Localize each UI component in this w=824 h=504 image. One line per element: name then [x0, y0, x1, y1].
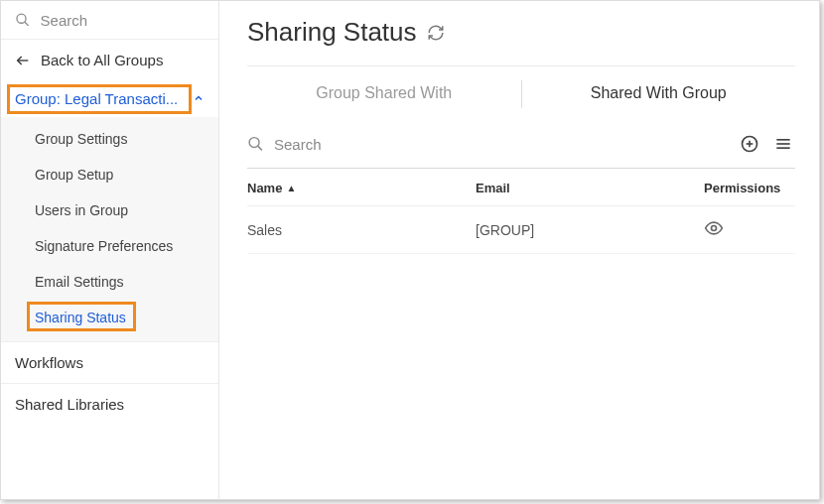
menu-button[interactable] [771, 132, 795, 156]
sidebar-item-workflows[interactable]: Workflows [1, 341, 218, 383]
sidebar: Back to All Groups Group: Legal Transact… [1, 1, 219, 499]
tab-shared-with-group[interactable]: Shared With Group [522, 80, 796, 108]
action-row [247, 126, 795, 169]
table-header: Name ▲ Email Permissions [247, 169, 795, 206]
sidebar-item-users-in-group[interactable]: Users in Group [1, 192, 218, 228]
sidebar-item-group-settings[interactable]: Group Settings [1, 121, 218, 157]
search-icon [15, 11, 31, 29]
sidebar-item-label: Workflows [15, 354, 83, 371]
back-label: Back to All Groups [41, 52, 163, 68]
sidebar-item-label: Shared Libraries [15, 396, 124, 413]
back-to-groups[interactable]: Back to All Groups [1, 40, 218, 80]
tab-group-shared-with[interactable]: Group Shared With [247, 80, 521, 108]
sidebar-item-shared-libraries[interactable]: Shared Libraries [1, 383, 218, 425]
add-button[interactable] [738, 132, 761, 156]
sidebar-item-signature-preferences[interactable]: Signature Preferences [1, 228, 218, 264]
table-header-name[interactable]: Name ▲ [247, 181, 476, 195]
sidebar-item-label: Signature Preferences [35, 238, 173, 254]
refresh-icon[interactable] [427, 24, 445, 42]
svg-line-1 [25, 22, 29, 26]
tabs: Group Shared With Shared With Group [247, 66, 795, 126]
eye-icon [704, 218, 724, 238]
page-title-row: Sharing Status [247, 11, 795, 66]
sidebar-item-label: Sharing Status [35, 310, 126, 325]
table-row[interactable]: Sales [GROUP] [247, 206, 795, 254]
table-header-permissions[interactable]: Permissions [704, 181, 795, 195]
sidebar-search[interactable] [1, 1, 218, 40]
group-header[interactable]: Group: Legal Transacti... [1, 80, 218, 117]
sidebar-item-sharing-status[interactable]: Sharing Status [1, 300, 218, 335]
sidebar-item-label: Group Settings [35, 131, 127, 147]
svg-point-3 [249, 138, 259, 148]
chevron-up-icon [193, 90, 205, 107]
svg-point-11 [712, 226, 717, 231]
table-header-label: Permissions [704, 181, 780, 195]
plus-circle-icon [740, 134, 759, 154]
table-header-email[interactable]: Email [476, 181, 704, 195]
sidebar-item-label: Email Settings [35, 274, 123, 290]
svg-point-0 [17, 14, 26, 23]
svg-line-4 [258, 146, 262, 150]
arrow-left-icon [15, 53, 31, 68]
cell-email: [GROUP] [476, 222, 704, 238]
cell-name: Sales [247, 222, 476, 238]
sidebar-search-input[interactable] [41, 12, 205, 29]
sidebar-item-label: Users in Group [35, 202, 128, 218]
sidebar-item-group-setup[interactable]: Group Setup [1, 157, 218, 192]
table-search-wrap[interactable] [247, 135, 728, 153]
sidebar-item-label: Group Setup [35, 167, 113, 183]
group-name: Group: Legal Transacti... [15, 90, 178, 107]
search-icon [247, 135, 264, 153]
menu-icon [773, 134, 793, 154]
group-subnav: Group Settings Group Setup Users in Grou… [1, 117, 218, 341]
cell-permissions [704, 218, 795, 241]
sidebar-item-email-settings[interactable]: Email Settings [1, 264, 218, 300]
page-title: Sharing Status [247, 17, 417, 48]
table-header-label: Email [476, 181, 510, 195]
table-header-label: Name [247, 181, 282, 195]
main: Sharing Status Group Shared With Shared … [219, 1, 819, 499]
table-search-input[interactable] [274, 136, 728, 153]
sort-asc-icon: ▲ [286, 183, 296, 193]
